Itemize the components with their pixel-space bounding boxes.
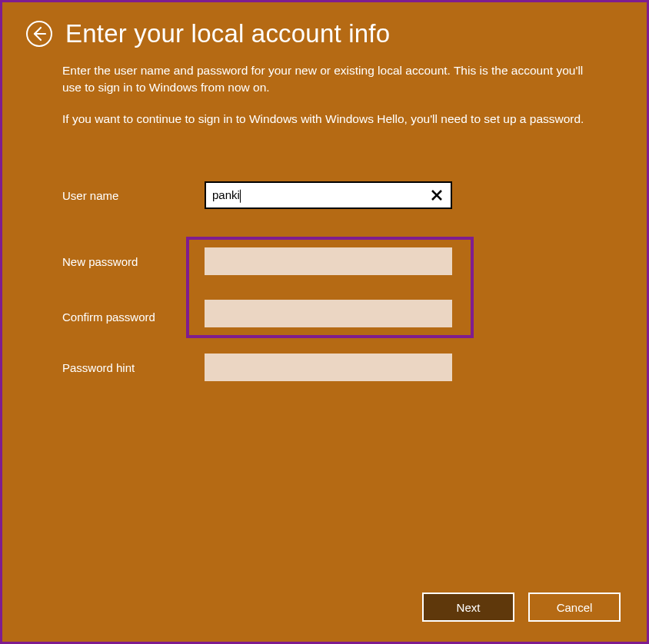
clear-button[interactable] [428, 186, 446, 204]
password-hint-label: Password hint [62, 361, 205, 374]
description-text-2: If you want to continue to sign in to Wi… [62, 111, 587, 128]
close-icon [430, 188, 444, 202]
confirm-password-input[interactable] [205, 300, 452, 327]
header: Enter your local account info [2, 2, 647, 48]
username-input-wrap: panki [205, 181, 452, 209]
footer-actions: Next Cancel [422, 593, 621, 622]
back-button[interactable] [25, 20, 53, 48]
username-label: User name [62, 189, 205, 202]
next-button[interactable]: Next [422, 593, 514, 622]
password-hint-row: Password hint [62, 354, 587, 381]
back-arrow-icon [25, 20, 53, 48]
confirm-password-label: Confirm password [62, 303, 205, 330]
password-section: New password Confirm password [62, 237, 587, 354]
content-area: Enter the user name and password for you… [2, 48, 647, 381]
password-hint-input[interactable] [205, 354, 452, 381]
cancel-button[interactable]: Cancel [528, 593, 621, 622]
new-password-label: New password [62, 247, 205, 275]
page-title: Enter your local account info [65, 19, 390, 48]
username-input[interactable] [205, 181, 452, 209]
description-text-1: Enter the user name and password for you… [62, 62, 587, 97]
username-row: User name panki [62, 181, 587, 209]
new-password-input[interactable] [205, 247, 452, 275]
highlight-outline [186, 237, 474, 338]
